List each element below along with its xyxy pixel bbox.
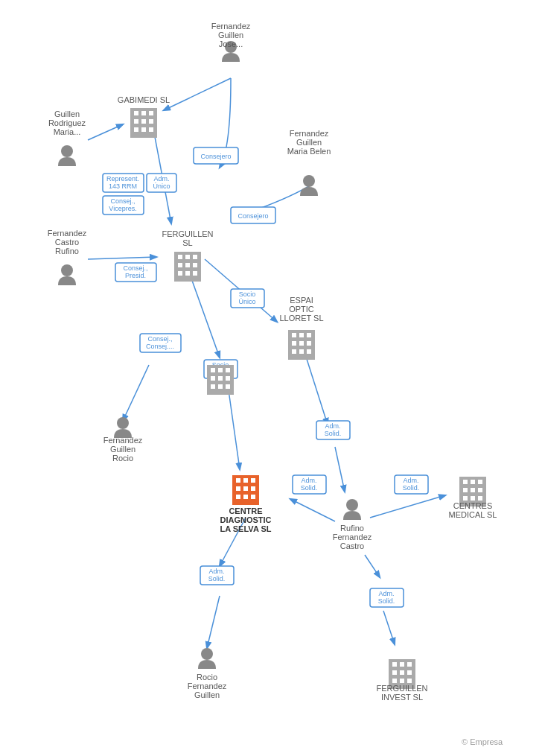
svg-text:Castro: Castro [340,541,364,550]
svg-rect-8 [5,0,10,1]
svg-rect-11 [5,4,10,9]
consej-consej-label: Consej., [147,335,172,343]
svg-rect-12 [0,0,13,15]
label-centre-diagnostic-1: CENTRE [229,506,262,515]
svg-line-31 [335,447,345,492]
svg-line-24 [88,124,123,140]
label-centre-diagnostic-3: LA SELVA SL [220,524,271,533]
socio-unico1-label2: Único [238,298,255,305]
svg-text:Maria...: Maria... [54,127,81,136]
node-guillen-rodriguez-maria [58,145,76,166]
adm-solid5-label2: Solid. [378,597,395,605]
svg-rect-17 [0,0,2,1]
svg-line-22 [164,78,231,110]
consej-consej-label2: Consej.... [146,343,174,350]
watermark: © Empresa [462,737,503,746]
svg-line-33 [370,495,445,518]
label-espai-optic: ESPAI [290,296,313,305]
adm-solid1-label2: Solid. [325,430,342,437]
represent-label: Represent. [106,175,139,182]
label-centres-medical: CENTRES [453,501,493,510]
adm-solid1-label: Adm. [325,422,340,430]
svg-text:Rufino: Rufino [55,247,79,255]
adm-solid3-label2: Solid. [403,484,420,492]
represent-label2: 143 RRM [109,182,137,190]
svg-line-36 [365,555,380,577]
label-fernandez-guillen-rocio: Fernandez [103,436,143,445]
socio-unico1-label: Socio [239,290,256,298]
consej-presid-label: Consej., [123,264,147,272]
label-fernandez-guillen-jose: Fernandez [211,22,251,31]
consej-vicepres-label2: Vicepres. [109,205,136,212]
adm-solid3-label: Adm. [403,477,418,484]
svg-rect-20 [0,4,2,9]
svg-rect-21 [5,4,10,9]
svg-text:Jose...: Jose... [219,39,243,48]
adm-solid4-label2: Solid. [208,575,226,582]
label-rufino-fernandez-castro: Rufino [340,524,364,533]
svg-text:MEDICAL SL: MEDICAL SL [448,510,497,519]
adm-solid5-label: Adm. [378,590,394,597]
svg-line-32 [290,499,335,521]
label-ferguillen-invest: FERGUILLEN [376,684,427,693]
consej-presid-label2: Presid. [125,272,146,279]
svg-text:Castro: Castro [55,238,79,247]
svg-text:Rocio: Rocio [112,454,133,463]
adm-solid2-label: Adm. [301,477,316,484]
node-rufino-fernandez-castro [343,499,361,520]
consejero1-label: Consejero [200,153,231,160]
label-rocio-fernandez-guillen: Rocio [197,673,217,682]
svg-line-25 [88,257,156,259]
label-centre-diagnostic-2: DIAGNOSTIC [220,515,271,524]
node-ferguillen-sl [174,252,201,282]
svg-text:Guillen: Guillen [194,690,220,699]
node-centre-diagnostic [232,475,259,505]
svg-rect-2 [0,0,13,15]
svg-text:Guillen: Guillen [110,445,136,454]
label-gabimedi: GABIMEDI SL [118,95,170,104]
adm-unico-label2: Único [153,182,170,190]
label-guillen-rodriguez-maria: Guillen [54,109,80,118]
svg-line-35 [207,596,220,648]
svg-text:SL: SL [182,238,192,247]
svg-text:Guillen: Guillen [218,31,243,39]
label-fernandez-castro-rufino: Fernandez [48,229,87,238]
adm-solid2-label2: Solid. [301,484,318,492]
svg-line-28 [123,365,149,421]
svg-text:Rodriguez: Rodriguez [48,118,86,127]
diagram: Consejero Consejero Represent. 143 RRM A… [0,0,542,756]
node-rocio-fernandez-guillen [198,648,216,669]
svg-rect-18 [5,0,10,1]
svg-rect-7 [0,0,2,1]
svg-text:Fernandez: Fernandez [188,682,227,690]
svg-text:OPTIC: OPTIC [289,305,314,314]
node-lower-company [207,365,234,395]
node-fernandez-guillen-rocio [114,417,132,438]
svg-text:LLORET SL: LLORET SL [279,314,323,323]
svg-text:Guillen: Guillen [296,138,322,147]
svg-line-37 [383,611,395,644]
adm-unico-label: Adm. [153,175,169,182]
node-gabimedi [130,108,157,138]
svg-text:Maria Belen: Maria Belen [287,147,331,156]
adm-solid4-label: Adm. [208,568,224,575]
label-fernandez-guillen-maria-belen: Fernandez [290,129,329,138]
consejero2-label: Consejero [237,212,268,220]
svg-text:Fernandez: Fernandez [333,533,372,541]
node-fernandez-castro-rufino [58,264,76,285]
consej-vicepres-label: Consej., [110,197,135,205]
label-ferguillen-sl: FERGUILLEN [162,229,213,238]
svg-text:INVEST  SL: INVEST SL [381,693,423,702]
node-fernandez-guillen-maria-belen [300,175,318,196]
svg-rect-10 [0,4,2,9]
node-espai-optic [288,330,315,360]
